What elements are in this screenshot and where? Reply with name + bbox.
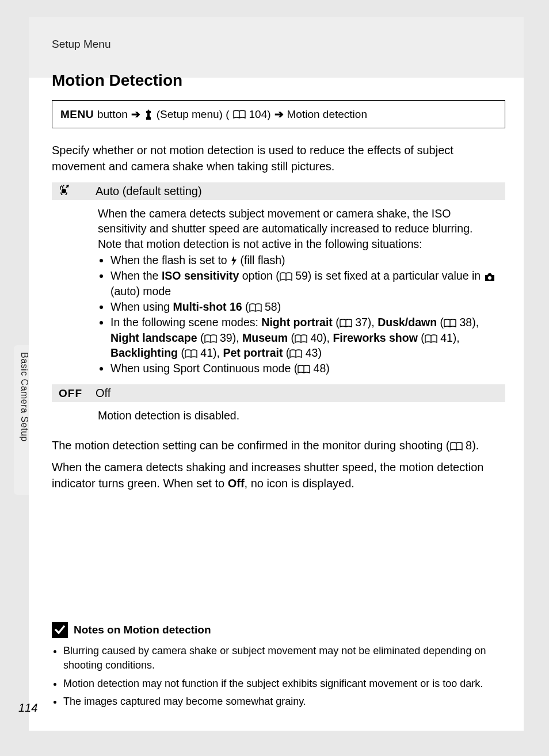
notes-title: Notes on Motion detection bbox=[74, 624, 211, 636]
book-icon bbox=[298, 365, 310, 374]
nav-text-button: button bbox=[97, 108, 128, 121]
paragraph: When the camera detects shaking and incr… bbox=[52, 459, 505, 491]
option-body-off: Motion detection is disabled. bbox=[52, 404, 505, 431]
arrow-right-icon: ➔ bbox=[274, 108, 284, 121]
svg-point-0 bbox=[62, 189, 66, 193]
check-icon bbox=[52, 622, 68, 638]
breadcrumb: Setup Menu bbox=[52, 35, 505, 51]
option-body-auto: When the camera detects subject movement… bbox=[52, 203, 505, 384]
book-icon bbox=[295, 334, 307, 343]
book-icon bbox=[450, 442, 463, 451]
wrench-icon bbox=[144, 109, 153, 120]
list-item: The images captured may become somewhat … bbox=[63, 694, 505, 709]
book-icon bbox=[289, 349, 302, 358]
menu-path-box: MENU button ➔ (Setup menu) ( 104) ➔ Moti… bbox=[52, 100, 505, 128]
nav-dest: Motion detection bbox=[287, 108, 367, 121]
menu-label: MENU bbox=[60, 108, 94, 121]
paragraph: The motion detection setting can be conf… bbox=[52, 437, 505, 453]
side-label: Basic Camera Setup bbox=[19, 352, 29, 442]
auto-exceptions-list: When the flash is set to (fill flash) Wh… bbox=[98, 253, 502, 376]
camera-icon bbox=[484, 273, 495, 281]
off-symbol: OFF bbox=[55, 387, 96, 400]
list-item: When using Sport Continuous mode ( 48) bbox=[110, 361, 502, 376]
option-label-auto: Auto (default setting) bbox=[96, 185, 202, 198]
page-number: 114 bbox=[18, 701, 37, 715]
nav-pageref: 104) bbox=[249, 108, 271, 121]
auto-p1: When the camera detects subject movement… bbox=[98, 207, 472, 235]
motion-detect-icon bbox=[55, 185, 96, 198]
list-item: In the following scene modes: Night port… bbox=[110, 315, 502, 360]
intro-paragraph: Specify whether or not motion detection … bbox=[52, 142, 505, 174]
option-row-off: OFF Off bbox=[52, 384, 505, 402]
list-item: Motion detection may not function if the… bbox=[63, 677, 505, 691]
book-icon bbox=[185, 349, 197, 358]
notes-block: Notes on Motion detection Blurring cause… bbox=[52, 622, 505, 712]
book-icon bbox=[425, 334, 437, 343]
list-item: Blurring caused by camera shake or subje… bbox=[63, 644, 505, 673]
notes-header: Notes on Motion detection bbox=[52, 622, 505, 638]
book-icon bbox=[340, 319, 352, 328]
book-icon bbox=[444, 319, 456, 328]
book-icon bbox=[249, 303, 262, 312]
page-title: Motion Detection bbox=[52, 71, 505, 90]
page: Setup Menu Motion Detection MENU button … bbox=[29, 17, 524, 731]
book-icon bbox=[204, 334, 217, 343]
list-item: When using Multi-shot 16 ( 58) bbox=[110, 299, 502, 314]
list-item: When the flash is set to (fill flash) bbox=[110, 253, 502, 268]
book-icon bbox=[280, 272, 292, 281]
book-icon bbox=[233, 110, 246, 119]
option-row-auto: Auto (default setting) bbox=[52, 182, 505, 200]
auto-p2: Note that motion detection is not active… bbox=[98, 238, 422, 250]
option-label-off: Off bbox=[96, 387, 110, 400]
arrow-right-icon: ➔ bbox=[131, 108, 140, 121]
svg-point-1 bbox=[488, 276, 491, 280]
list-item: When the ISO sensitivity option ( 59) is… bbox=[110, 268, 502, 299]
notes-list: Blurring caused by camera shake or subje… bbox=[52, 644, 505, 709]
flash-icon bbox=[230, 255, 237, 266]
nav-text-setup: (Setup menu) ( bbox=[157, 108, 230, 121]
